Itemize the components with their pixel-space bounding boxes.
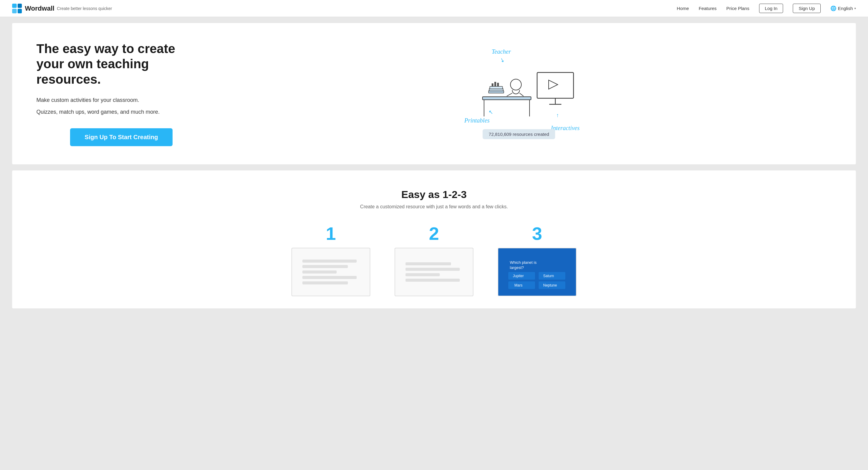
step-3-number: 3 bbox=[532, 225, 542, 243]
easy-title: Easy as 1-2-3 bbox=[36, 189, 832, 200]
svg-rect-6 bbox=[492, 84, 493, 86]
login-button[interactable]: Log In bbox=[759, 4, 783, 13]
svg-text:largest?: largest? bbox=[510, 265, 524, 270]
step-line bbox=[302, 259, 356, 262]
cta-button[interactable]: Sign Up To Start Creating bbox=[70, 128, 173, 146]
interactives-label: Interactives bbox=[551, 125, 580, 132]
brand-name: Wordwall bbox=[25, 5, 54, 12]
logo-cell-4 bbox=[18, 9, 22, 13]
printables-arrow-icon: ↖ bbox=[489, 109, 493, 116]
step-line bbox=[405, 279, 460, 282]
easy-subtitle: Create a customized resource with just a… bbox=[36, 204, 832, 210]
step-2: 2 bbox=[389, 225, 479, 296]
globe-icon: 🌐 bbox=[830, 5, 836, 11]
hero-desc-1: Make custom activities for your classroo… bbox=[36, 96, 206, 104]
step-2-number: 2 bbox=[429, 225, 439, 243]
wordwall-logo bbox=[12, 4, 22, 13]
svg-rect-12 bbox=[537, 72, 574, 98]
svg-rect-5 bbox=[490, 86, 502, 89]
step-1-image bbox=[291, 248, 370, 296]
steps-row: 1 2 bbox=[36, 225, 832, 296]
svg-rect-8 bbox=[497, 83, 499, 86]
hero-text-section: The easy way to create your own teaching… bbox=[36, 41, 206, 146]
cta-section: Sign Up To Start Creating bbox=[36, 128, 206, 146]
brand-logo-link[interactable]: Wordwall bbox=[12, 4, 54, 13]
page-content: The easy way to create your own teaching… bbox=[0, 17, 868, 314]
printables-label: Printables bbox=[464, 117, 490, 124]
svg-text:Which planet is: Which planet is bbox=[510, 260, 537, 265]
interactives-arrow-icon: ↑ bbox=[556, 112, 559, 119]
step-2-image bbox=[395, 248, 473, 296]
svg-rect-7 bbox=[494, 82, 496, 86]
svg-rect-0 bbox=[483, 97, 531, 100]
svg-text:Neptune: Neptune bbox=[543, 283, 557, 287]
brand-tagline: Create better lessons quicker bbox=[57, 6, 112, 11]
svg-marker-13 bbox=[549, 80, 558, 89]
step-1-number: 1 bbox=[326, 225, 336, 243]
nav-features[interactable]: Features bbox=[699, 6, 717, 11]
svg-text:Jupiter: Jupiter bbox=[513, 274, 524, 278]
step-3: 3 Which planet is largest? Jupiter Satur… bbox=[492, 225, 583, 296]
hero-title: The easy way to create your own teaching… bbox=[36, 41, 206, 87]
logo-cell-3 bbox=[12, 9, 17, 13]
nav-price-plans[interactable]: Price Plans bbox=[726, 6, 749, 11]
step-line bbox=[302, 281, 348, 284]
step-line bbox=[405, 273, 440, 276]
svg-point-9 bbox=[510, 79, 521, 90]
step-line bbox=[302, 276, 356, 279]
step-3-quiz-svg: Which planet is largest? Jupiter Saturn … bbox=[504, 252, 570, 292]
svg-text:Saturn: Saturn bbox=[543, 274, 554, 278]
step-3-image: Which planet is largest? Jupiter Saturn … bbox=[498, 248, 577, 296]
chevron-down-icon: ▾ bbox=[854, 7, 856, 10]
step-2-lines bbox=[401, 257, 467, 286]
svg-line-10 bbox=[507, 93, 512, 96]
svg-text:Mars: Mars bbox=[515, 283, 523, 287]
step-1: 1 bbox=[285, 225, 376, 296]
language-selector[interactable]: 🌐 English ▾ bbox=[830, 5, 856, 11]
logo-cell-1 bbox=[12, 4, 17, 8]
step-line bbox=[302, 265, 348, 268]
logo-cell-2 bbox=[18, 4, 22, 8]
step-line bbox=[405, 268, 460, 271]
nav-links: Home Features Price Plans Log In Sign Up… bbox=[677, 4, 856, 13]
step-line bbox=[302, 271, 337, 274]
teacher-label: Teacher bbox=[492, 48, 511, 55]
hero-illustration-area: Teacher ↘ bbox=[206, 45, 832, 142]
navbar: Wordwall Create better lessons quicker H… bbox=[0, 0, 868, 17]
hero-card: The easy way to create your own teaching… bbox=[12, 23, 856, 164]
easy-card: Easy as 1-2-3 Create a customized resour… bbox=[12, 170, 856, 308]
svg-line-11 bbox=[520, 93, 524, 96]
hero-illustration: Teacher ↘ bbox=[455, 45, 583, 142]
signup-button[interactable]: Sign Up bbox=[793, 4, 820, 13]
language-label: English bbox=[838, 6, 853, 11]
hero-desc-2: Quizzes, match ups, word games, and much… bbox=[36, 108, 206, 116]
stats-badge: 72,810,609 resources created bbox=[483, 129, 555, 139]
nav-home[interactable]: Home bbox=[677, 6, 689, 11]
step-1-lines bbox=[298, 255, 364, 289]
step-line bbox=[405, 262, 451, 265]
